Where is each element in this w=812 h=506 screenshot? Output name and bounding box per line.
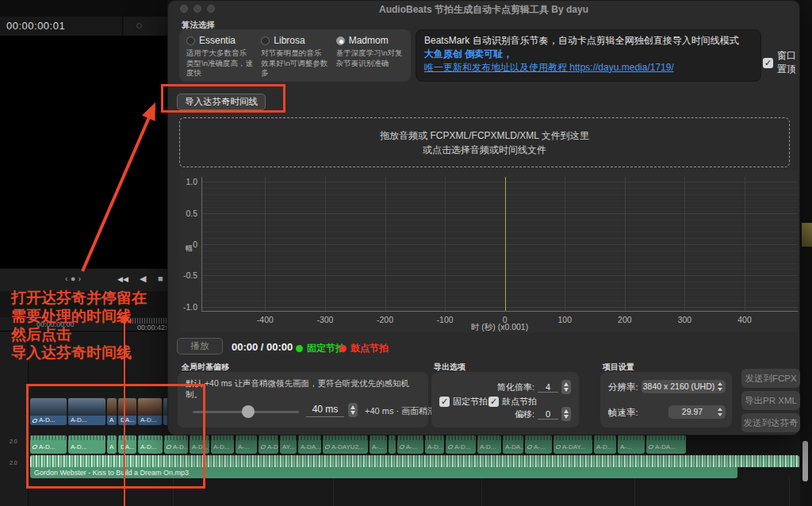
- info-text: BeatsMark 自动识别音乐节奏，自动卡点剪辑全网独创直接导入时间线模式: [424, 35, 753, 48]
- bg-toolbar-segment: [124, 17, 167, 36]
- chart-gridline: [202, 301, 798, 301]
- timeline-gridline: [481, 477, 482, 506]
- offset-field-row: 偏移: 0: [515, 407, 571, 421]
- audio-clip[interactable]: A-DA...: [503, 435, 523, 454]
- info-link[interactable]: 唯一更新和发布地址以及使用教程 https://dayu.media/1719/: [424, 62, 753, 75]
- clip-label: A-D...: [211, 440, 234, 454]
- audio-clip[interactable]: AY...: [280, 435, 297, 454]
- screen: 00:00:00:01 ‹ ● › ◀◀ ◀ ■ 00:00:00:00 00:…: [0, 0, 812, 506]
- chart-gridline: [202, 269, 798, 270]
- audio-clip[interactable]: A-D...: [477, 435, 501, 454]
- chart-gridline: [202, 288, 798, 289]
- framerate-select[interactable]: 29.97: [668, 405, 726, 419]
- audio-clip[interactable]: A-D...: [211, 435, 234, 454]
- audio-clip[interactable]: A-DAY...: [553, 435, 592, 454]
- clip-label: A-D...: [594, 440, 616, 454]
- file-dropzone[interactable]: 拖放音频或 FCPXML/FCPXMLD/XML 文件到这里 或点击选择音频或时…: [179, 117, 790, 167]
- algo-option-librosa[interactable]: Librosa 对节奏明显的音乐效果好\n可调整参数多: [261, 35, 328, 76]
- video-viewer: [0, 36, 167, 268]
- checkbox-checked-icon[interactable]: ✓: [439, 397, 450, 407]
- audio-clip[interactable]: A-D...: [594, 435, 616, 454]
- checkbox-checked-icon[interactable]: ✓: [763, 58, 773, 68]
- send-to-davinci-button[interactable]: 发送到达芬奇: [741, 413, 800, 432]
- offset-stepper[interactable]: [348, 403, 358, 417]
- export-pr-xml-button[interactable]: 导出PR XML: [741, 391, 800, 410]
- audio-clip[interactable]: A-...: [236, 435, 257, 454]
- green-dot-icon: [296, 345, 303, 352]
- jog-control-icon[interactable]: ‹ ● ›: [65, 274, 81, 283]
- pin-window-checkbox[interactable]: ✓ 窗口置顶: [763, 49, 799, 76]
- audio-clip[interactable]: A-D...: [425, 435, 444, 454]
- export-offset-stepper[interactable]: [561, 407, 571, 421]
- annotation-box-import-button: [161, 84, 285, 113]
- algo-radio[interactable]: [186, 36, 195, 45]
- export-fixed-beat-checkbox[interactable]: ✓ 固定节拍: [439, 396, 488, 408]
- clip-label: A-D...: [446, 440, 476, 454]
- chart-gridline: [202, 213, 798, 214]
- algo-option-essentia[interactable]: Essentia 适用于大多数音乐类型\n准确度高，速度快: [186, 35, 254, 76]
- algo-option-madmom[interactable]: Madmom 基于深度学习\n对复杂节奏识别准确: [336, 35, 404, 76]
- clip-label: A-D...: [425, 440, 444, 454]
- minimize-icon[interactable]: [193, 5, 201, 13]
- link-icon: [555, 445, 561, 449]
- simplify-ratio-stepper[interactable]: [561, 380, 571, 394]
- offset-slider-thumb[interactable]: [242, 405, 255, 418]
- audio-clip[interactable]: A-DA...: [646, 435, 686, 454]
- audio-clip[interactable]: A-...: [618, 435, 645, 454]
- resolution-select[interactable]: 3840 x 2160 (UHD): [642, 380, 726, 393]
- offset-desc: 默认 +40 ms 让声音稍微领先画面，更符合听觉优先的感知机制。: [186, 378, 420, 401]
- chart-gridline: [202, 188, 798, 189]
- close-icon[interactable]: [180, 5, 188, 13]
- audio-clip[interactable]: A-...: [397, 435, 423, 454]
- chart-plot-area: -400-300-200-10001002003004001.00.50-0.5…: [201, 177, 798, 312]
- export-panel-label: 导出选项: [434, 362, 465, 373]
- chart-gridline: [202, 282, 798, 282]
- clip-label: A-...: [236, 440, 257, 454]
- export-offset-field[interactable]: 0: [538, 409, 558, 420]
- simplify-ratio-field[interactable]: 4: [538, 382, 558, 393]
- zoom-icon[interactable]: [207, 5, 215, 13]
- timeline-gridline: [789, 477, 790, 506]
- chart-gridline: [202, 238, 798, 239]
- window-titlebar[interactable]: AudioBeats 节拍生成自动卡点剪辑工具 By dayu: [168, 1, 799, 18]
- audio-clip[interactable]: A-D...: [259, 435, 278, 454]
- audiobeats-window: AudioBeats 节拍生成自动卡点剪辑工具 By dayu 算法选择 Ess…: [167, 0, 800, 435]
- chart-gridline: [565, 177, 565, 311]
- send-to-fcpx-button[interactable]: 发送到FCPX: [741, 369, 800, 388]
- checkbox-checked-icon[interactable]: ✓: [488, 397, 499, 407]
- link-icon: [447, 445, 454, 449]
- bg-right-edge: [800, 0, 812, 506]
- play-button[interactable]: 播放: [177, 338, 223, 355]
- clip-label: A-D...: [259, 440, 278, 454]
- link-icon: [527, 445, 533, 449]
- clip-label: A-...: [525, 440, 552, 454]
- simplify-ratio-row: 简化倍率: 4: [497, 380, 571, 394]
- y-tick-label: 0.5: [186, 209, 197, 218]
- audio-clip[interactable]: A-...: [370, 435, 387, 454]
- skip-back-icon[interactable]: ◀◀: [117, 275, 128, 283]
- audio-clip[interactable]: A-DA...: [298, 435, 321, 454]
- chart-gridline: [745, 177, 745, 311]
- clip-label: A-DA...: [503, 440, 523, 454]
- waveform-chart: -400-300-200-10001002003004001.00.50-0.5…: [179, 171, 798, 332]
- audio-clip[interactable]: A-DAYU2...: [323, 435, 368, 454]
- algo-radio[interactable]: [336, 36, 345, 45]
- chart-x-axis-title: 时 (秒) (x0.001): [201, 322, 798, 333]
- chart-gridline: [325, 177, 326, 311]
- audio-clip[interactable]: [389, 435, 396, 454]
- clip-label: A-DAY...: [553, 440, 592, 454]
- offset-value-field[interactable]: 40 ms: [306, 404, 344, 417]
- timeline-scrollbar[interactable]: [802, 441, 808, 481]
- audio-clip[interactable]: A-D...: [446, 435, 476, 454]
- clip-label: [389, 440, 396, 454]
- chart-gridline: [445, 177, 446, 311]
- export-drum-beat-checkbox[interactable]: ✓ 鼓点节拍: [488, 396, 537, 408]
- record-dot-icon: [136, 23, 142, 29]
- algo-radio[interactable]: [261, 36, 270, 45]
- audio-clip[interactable]: A-...: [525, 435, 552, 454]
- stop-icon[interactable]: ■: [158, 274, 163, 283]
- export-panel: 简化倍率: 4 ✓ 固定节拍 ✓ 鼓点节拍 偏移: 0: [431, 372, 579, 427]
- chart-gridline: [684, 177, 685, 311]
- offset-panel-label: 全局时基偏移: [182, 362, 229, 373]
- play-reverse-icon[interactable]: ◀: [140, 274, 146, 284]
